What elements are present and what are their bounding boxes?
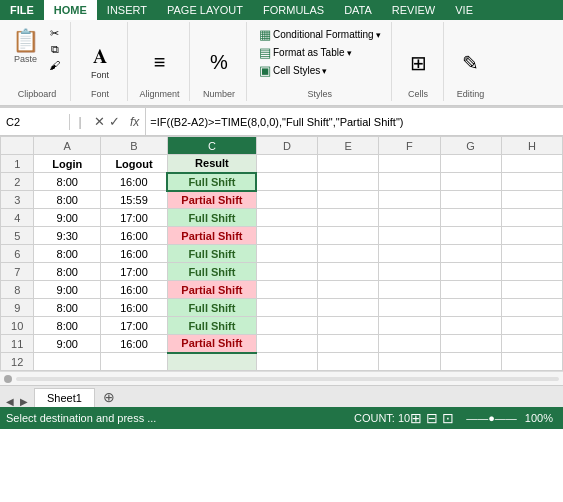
- cell-a9[interactable]: 8:00: [34, 299, 101, 317]
- tab-formulas[interactable]: FORMULAS: [253, 0, 334, 20]
- tab-insert[interactable]: INSERT: [97, 0, 157, 20]
- cs-dropdown-icon[interactable]: ▾: [322, 66, 327, 76]
- cell-a8[interactable]: 9:00: [34, 281, 101, 299]
- cell-e10[interactable]: [318, 317, 379, 335]
- cell-e2[interactable]: [318, 173, 379, 191]
- conditional-formatting-button[interactable]: ▦ Conditional Formatting ▾: [255, 26, 385, 43]
- cell-d4[interactable]: [256, 209, 317, 227]
- cell-h11[interactable]: [501, 335, 562, 353]
- tab-page-layout[interactable]: PAGE LAYOUT: [157, 0, 253, 20]
- cell-h7[interactable]: [501, 263, 562, 281]
- cell-c8[interactable]: Partial Shift: [167, 281, 256, 299]
- cell-f8[interactable]: [379, 281, 440, 299]
- cell-f11[interactable]: [379, 335, 440, 353]
- cell-g2[interactable]: [440, 173, 501, 191]
- cut-button[interactable]: ✂: [46, 26, 63, 41]
- cell-b1[interactable]: Logout: [101, 155, 168, 173]
- cell-h10[interactable]: [501, 317, 562, 335]
- tab-home[interactable]: HOME: [44, 0, 97, 20]
- cell-g5[interactable]: [440, 227, 501, 245]
- cell-a12[interactable]: [34, 353, 101, 371]
- format-painter-button[interactable]: 🖌: [45, 58, 64, 72]
- cell-f10[interactable]: [379, 317, 440, 335]
- copy-button[interactable]: ⧉: [47, 42, 63, 57]
- cell-h1[interactable]: [501, 155, 562, 173]
- sheet-tab-1[interactable]: Sheet1: [34, 388, 95, 407]
- cell-d8[interactable]: [256, 281, 317, 299]
- cell-e8[interactable]: [318, 281, 379, 299]
- paste-button[interactable]: 📋 Paste: [10, 26, 41, 66]
- cell-c1[interactable]: Result: [167, 155, 256, 173]
- cell-c7[interactable]: Full Shift: [167, 263, 256, 281]
- cell-a6[interactable]: 8:00: [34, 245, 101, 263]
- cell-e12[interactable]: [318, 353, 379, 371]
- cell-f3[interactable]: [379, 191, 440, 209]
- cell-b8[interactable]: 16:00: [101, 281, 168, 299]
- cell-h5[interactable]: [501, 227, 562, 245]
- cell-a10[interactable]: 8:00: [34, 317, 101, 335]
- cancel-formula-icon[interactable]: ✕: [94, 114, 105, 129]
- format-as-table-button[interactable]: ▤ Format as Table ▾: [255, 44, 385, 61]
- cell-d11[interactable]: [256, 335, 317, 353]
- cell-g12[interactable]: [440, 353, 501, 371]
- col-header-h[interactable]: H: [501, 137, 562, 155]
- cell-g8[interactable]: [440, 281, 501, 299]
- add-sheet-button[interactable]: ⊕: [95, 387, 123, 407]
- tab-file[interactable]: FILE: [0, 0, 44, 20]
- cell-d3[interactable]: [256, 191, 317, 209]
- view-layout-icon[interactable]: ⊟: [426, 410, 438, 426]
- cell-f9[interactable]: [379, 299, 440, 317]
- cell-reference-box[interactable]: C2: [0, 114, 70, 130]
- view-page-break-icon[interactable]: ⊡: [442, 410, 454, 426]
- cell-c6[interactable]: Full Shift: [167, 245, 256, 263]
- scroll-tabs-left[interactable]: ◀: [4, 396, 16, 407]
- col-header-b[interactable]: B: [101, 137, 168, 155]
- col-header-a[interactable]: A: [34, 137, 101, 155]
- cell-e4[interactable]: [318, 209, 379, 227]
- col-header-d[interactable]: D: [256, 137, 317, 155]
- cell-b4[interactable]: 17:00: [101, 209, 168, 227]
- cell-g11[interactable]: [440, 335, 501, 353]
- cell-c10[interactable]: Full Shift: [167, 317, 256, 335]
- cell-d6[interactable]: [256, 245, 317, 263]
- cell-b5[interactable]: 16:00: [101, 227, 168, 245]
- cell-e11[interactable]: [318, 335, 379, 353]
- cell-f1[interactable]: [379, 155, 440, 173]
- sheet-scroll[interactable]: A B C D E F G H 1 Login Logout Result: [0, 136, 563, 371]
- editing-icon[interactable]: ✎: [462, 51, 479, 75]
- cell-h4[interactable]: [501, 209, 562, 227]
- number-icon[interactable]: %: [210, 51, 228, 74]
- cell-b11[interactable]: 16:00: [101, 335, 168, 353]
- cell-e5[interactable]: [318, 227, 379, 245]
- cell-g3[interactable]: [440, 191, 501, 209]
- formula-input[interactable]: =IF((B2-A2)>=TIME(8,0,0),"Full Shift","P…: [145, 108, 563, 135]
- cell-h2[interactable]: [501, 173, 562, 191]
- cell-d1[interactable]: [256, 155, 317, 173]
- cell-a4[interactable]: 9:00: [34, 209, 101, 227]
- view-normal-icon[interactable]: ⊞: [410, 410, 422, 426]
- cell-c5[interactable]: Partial Shift: [167, 227, 256, 245]
- cf-dropdown-icon[interactable]: ▾: [376, 30, 381, 40]
- cell-g10[interactable]: [440, 317, 501, 335]
- col-header-e[interactable]: E: [318, 137, 379, 155]
- cell-f5[interactable]: [379, 227, 440, 245]
- tab-data[interactable]: DATA: [334, 0, 382, 20]
- fat-dropdown-icon[interactable]: ▾: [347, 48, 352, 58]
- cell-h8[interactable]: [501, 281, 562, 299]
- font-icon[interactable]: 𝐀: [93, 45, 107, 68]
- cell-f4[interactable]: [379, 209, 440, 227]
- cell-e6[interactable]: [318, 245, 379, 263]
- cell-a1[interactable]: Login: [34, 155, 101, 173]
- horizontal-scrollbar[interactable]: [0, 371, 563, 385]
- cell-g7[interactable]: [440, 263, 501, 281]
- cell-b6[interactable]: 16:00: [101, 245, 168, 263]
- cell-h9[interactable]: [501, 299, 562, 317]
- confirm-formula-icon[interactable]: ✓: [109, 114, 120, 129]
- cell-h3[interactable]: [501, 191, 562, 209]
- cell-b7[interactable]: 17:00: [101, 263, 168, 281]
- col-header-c[interactable]: C: [167, 137, 256, 155]
- cell-d2[interactable]: [256, 173, 317, 191]
- cell-f2[interactable]: [379, 173, 440, 191]
- cell-c4[interactable]: Full Shift: [167, 209, 256, 227]
- zoom-slider[interactable]: ——●——: [466, 412, 517, 424]
